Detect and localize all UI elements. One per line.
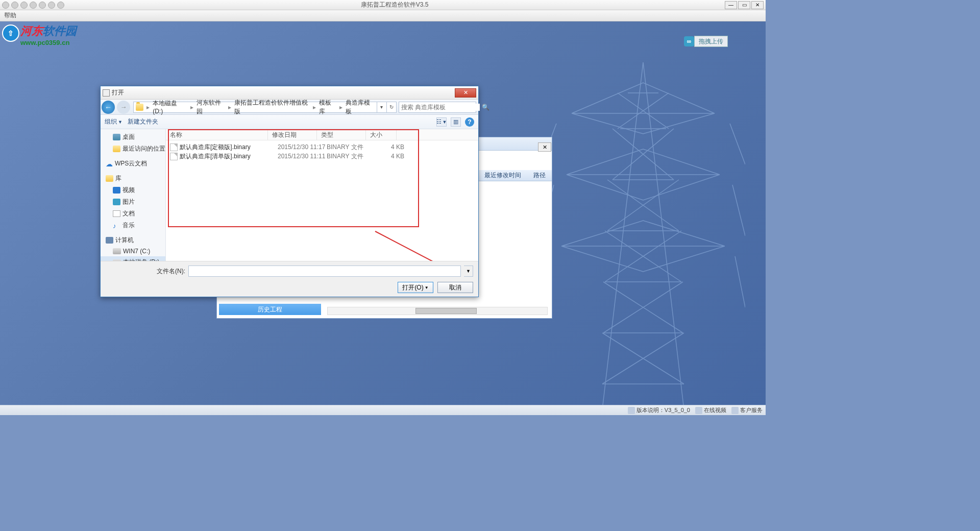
sb-recent[interactable]: 最近访问的位置 — [101, 143, 165, 155]
sb-computer[interactable]: 计算机 — [101, 234, 165, 246]
breadcrumb[interactable]: ▸ 本地磁盘 (D:)▸ 河东软件园▸ 康拓普工程造价软件增值税版▸ 模板库▸ … — [133, 102, 397, 113]
nav-sidebar: 桌面 最近访问的位置 ☁WPS云文档 库 视频 图片 文档 ♪音乐 计算机 WI… — [101, 129, 166, 261]
dialog-title: 打开 — [112, 88, 124, 97]
sb-video[interactable]: 视频 — [101, 184, 165, 196]
filename-input[interactable] — [188, 266, 461, 277]
status-support[interactable]: 客户服务 — [731, 406, 763, 414]
bc-seg-0[interactable]: 本地磁盘 (D:) — [151, 99, 189, 115]
dialog-icon — [103, 89, 110, 96]
col-path[interactable]: 路径 — [527, 170, 552, 181]
file-row[interactable]: 默认典造库[清单版].binary 2015/12/30 11:11 BINAR… — [166, 152, 478, 161]
main-window: 康拓普工程造价软件V3.5 — ▭ ✕ 帮助 ⇧ 河东软件园 www.pc035… — [0, 0, 766, 415]
dialog-toolbar: 组织▼ 新建文件夹 ☷▼ ▥ ? — [101, 115, 478, 129]
watermark-logo-icon: ⇧ — [2, 25, 19, 42]
file-header: 名称 修改日期 类型 大小 — [166, 129, 478, 140]
annotation-arrow — [370, 226, 478, 261]
app-body: ⇧ 河东软件园 www.pc0359.cn ∞ 拖拽上传 — [0, 21, 766, 405]
menubar: 帮助 — [0, 10, 766, 21]
power-tower-decoration — [541, 52, 745, 415]
dialog-close-button[interactable]: ✕ — [455, 88, 476, 98]
upload-icon[interactable]: ∞ — [684, 36, 694, 46]
watermark-line2: www.pc0359.cn — [20, 39, 77, 46]
col-size[interactable]: 大小 — [366, 129, 397, 140]
filename-dropdown[interactable]: ▼ — [464, 266, 473, 277]
status-online[interactable]: 在线视频 — [695, 406, 726, 414]
sb-pictures[interactable]: 图片 — [101, 196, 165, 208]
open-file-dialog: 打开 ✕ ← → ▸ 本地磁盘 (D:)▸ 河东软件园▸ 康拓普工程造价软件增值… — [100, 86, 479, 297]
bc-seg-1[interactable]: 河东软件园 — [194, 99, 228, 116]
search-box[interactable]: 🔍 — [399, 102, 476, 113]
search-icon[interactable]: 🔍 — [480, 104, 492, 111]
new-folder-button[interactable]: 新建文件夹 — [128, 117, 158, 126]
panel-close-button[interactable]: ✕ — [538, 142, 551, 152]
nav-forward-button[interactable]: → — [117, 101, 130, 114]
menu-help[interactable]: 帮助 — [4, 11, 16, 20]
col-mtime[interactable]: 最近修改时间 — [478, 170, 527, 181]
dialog-titlebar: 打开 ✕ — [101, 86, 478, 100]
tb-icon-1[interactable] — [2, 2, 9, 9]
help-icon[interactable]: ? — [465, 117, 474, 127]
tb-icon-5[interactable] — [39, 2, 46, 9]
preview-pane-button[interactable]: ▥ — [451, 117, 461, 127]
bc-seg-4[interactable]: 典造库模板 — [344, 99, 377, 116]
statusbar: 版本说明：V3_5_0_0 在线视频 客户服务 — [0, 405, 766, 415]
refresh-button[interactable]: ↻ — [386, 102, 396, 113]
col-type[interactable]: 类型 — [317, 129, 366, 140]
file-area: 名称 修改日期 类型 大小 默认典造库[定额版].binary 2015/12/… — [166, 129, 478, 261]
svg-line-0 — [375, 231, 478, 261]
sb-library[interactable]: 库 — [101, 173, 165, 184]
titlebar: 康拓普工程造价软件V3.5 — ▭ ✕ — [0, 0, 766, 10]
dialog-footer: 文件名(N): ▼ 打开(O)▼ 取消 — [101, 261, 478, 297]
app-title: 康拓普工程造价软件V3.5 — [361, 1, 429, 9]
tb-icon-4[interactable] — [30, 2, 37, 9]
bc-seg-2[interactable]: 康拓普工程造价软件增值税版 — [232, 99, 312, 116]
col-name[interactable]: 名称 — [166, 129, 268, 140]
dialog-body: 桌面 最近访问的位置 ☁WPS云文档 库 视频 图片 文档 ♪音乐 计算机 WI… — [101, 129, 478, 261]
col-date[interactable]: 修改日期 — [268, 129, 317, 140]
sb-disk-d[interactable]: 本地磁盘 (D:) — [101, 256, 165, 261]
sb-documents[interactable]: 文档 — [101, 208, 165, 220]
file-row[interactable]: 默认典造库[定额版].binary 2015/12/30 11:17 BINAR… — [166, 142, 478, 152]
sb-wps[interactable]: ☁WPS云文档 — [101, 158, 165, 170]
history-project-button[interactable]: 历史工程 — [219, 304, 321, 315]
minimize-button[interactable]: — — [725, 1, 737, 9]
open-button[interactable]: 打开(O)▼ — [398, 282, 433, 293]
view-mode-button[interactable]: ☷▼ — [436, 117, 447, 127]
tb-icon-3[interactable] — [20, 2, 28, 9]
tb-icon-7[interactable] — [57, 2, 64, 9]
folder-icon — [136, 104, 143, 111]
status-version[interactable]: 版本说明：V3_5_0_0 — [628, 406, 690, 414]
h-scrollbar[interactable] — [327, 307, 548, 315]
tb-icon-6[interactable] — [48, 2, 55, 9]
breadcrumb-dropdown[interactable]: ▾ — [377, 102, 386, 113]
h-scroll-thumb[interactable] — [415, 308, 477, 314]
close-button[interactable]: ✕ — [751, 1, 764, 9]
file-list: 默认典造库[定额版].binary 2015/12/30 11:17 BINAR… — [166, 140, 478, 161]
filename-label: 文件名(N): — [157, 267, 185, 276]
maximize-button[interactable]: ▭ — [738, 1, 750, 9]
upload-button[interactable]: 拖拽上传 — [694, 36, 728, 47]
sb-desktop[interactable]: 桌面 — [101, 131, 165, 143]
sb-win7[interactable]: WIN7 (C:) — [101, 246, 165, 256]
nav-bar: ← → ▸ 本地磁盘 (D:)▸ 河东软件园▸ 康拓普工程造价软件增值税版▸ 模… — [101, 100, 478, 115]
file-icon — [170, 153, 178, 160]
sb-music[interactable]: ♪音乐 — [101, 220, 165, 231]
cancel-button[interactable]: 取消 — [437, 282, 473, 293]
watermark: ⇧ 河东软件园 www.pc0359.cn — [2, 23, 77, 46]
watermark-line1: 河东软件园 — [20, 23, 77, 39]
bc-seg-3[interactable]: 模板库 — [317, 99, 338, 116]
tb-icon-2[interactable] — [11, 2, 18, 9]
search-input[interactable] — [399, 104, 480, 111]
nav-back-button[interactable]: ← — [102, 101, 115, 114]
file-icon — [170, 143, 178, 151]
organize-button[interactable]: 组织▼ — [105, 117, 122, 126]
